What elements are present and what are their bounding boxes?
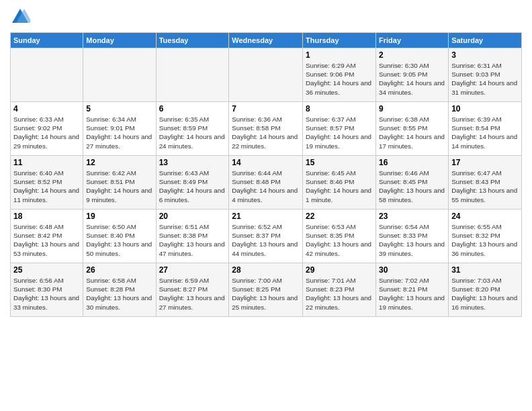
day-info: Sunrise: 6:39 AMSunset: 8:54 PMDaylight:… [451,116,517,150]
day-number: 7 [232,104,300,113]
day-number: 24 [451,212,519,221]
day-info: Sunrise: 6:29 AMSunset: 9:06 PMDaylight:… [306,62,371,96]
calendar-cell: 18Sunrise: 6:48 AMSunset: 8:42 PMDayligh… [11,210,83,263]
day-info: Sunrise: 6:45 AMSunset: 8:46 PMDaylight:… [306,169,371,203]
calendar-cell: 14Sunrise: 6:44 AMSunset: 8:48 PMDayligh… [229,156,303,210]
day-number: 31 [451,265,519,275]
day-info: Sunrise: 6:54 AMSunset: 8:33 PMDaylight:… [379,223,445,257]
calendar-cell: 3Sunrise: 6:31 AMSunset: 9:03 PMDaylight… [449,48,522,102]
calendar-cell: 5Sunrise: 6:34 AMSunset: 9:01 PMDaylight… [83,102,156,156]
day-info: Sunrise: 6:31 AMSunset: 9:03 PMDaylight:… [451,62,517,96]
week-row-1: 1Sunrise: 6:29 AMSunset: 9:06 PMDaylight… [11,48,522,102]
logo-icon [10,7,30,27]
day-number: 28 [232,265,300,275]
calendar-cell: 4Sunrise: 6:33 AMSunset: 9:02 PMDaylight… [11,102,83,156]
calendar-cell: 28Sunrise: 7:00 AMSunset: 8:25 PMDayligh… [229,263,303,317]
day-info: Sunrise: 6:35 AMSunset: 8:59 PMDaylight:… [159,116,225,150]
day-number: 15 [306,158,373,167]
day-number: 30 [379,265,445,275]
calendar-cell: 13Sunrise: 6:43 AMSunset: 8:49 PMDayligh… [156,156,229,210]
calendar-cell: 16Sunrise: 6:46 AMSunset: 8:45 PMDayligh… [376,156,449,210]
day-number: 9 [379,104,445,113]
day-number: 25 [13,265,80,275]
calendar-cell: 25Sunrise: 6:56 AMSunset: 8:30 PMDayligh… [11,263,83,317]
day-number: 6 [159,104,226,113]
day-info: Sunrise: 6:40 AMSunset: 8:52 PMDaylight:… [13,169,79,203]
col-header-thursday: Thursday [303,33,376,48]
day-number: 5 [86,104,152,113]
day-number: 29 [306,265,373,275]
calendar-cell: 20Sunrise: 6:51 AMSunset: 8:38 PMDayligh… [156,210,229,263]
calendar-cell: 26Sunrise: 6:58 AMSunset: 8:28 PMDayligh… [83,263,156,317]
day-info: Sunrise: 6:30 AMSunset: 9:05 PMDaylight:… [379,62,445,96]
calendar-cell [229,48,303,102]
calendar-cell: 8Sunrise: 6:37 AMSunset: 8:57 PMDaylight… [303,102,376,156]
calendar-cell: 7Sunrise: 6:36 AMSunset: 8:58 PMDaylight… [229,102,303,156]
col-header-wednesday: Wednesday [229,33,303,48]
day-info: Sunrise: 6:52 AMSunset: 8:37 PMDaylight:… [232,223,298,257]
calendar-cell [156,48,229,102]
calendar-cell [83,48,156,102]
day-number: 27 [159,265,226,275]
day-info: Sunrise: 6:36 AMSunset: 8:58 PMDaylight:… [232,116,298,150]
calendar-cell: 31Sunrise: 7:03 AMSunset: 8:20 PMDayligh… [449,263,522,317]
day-info: Sunrise: 6:59 AMSunset: 8:27 PMDaylight:… [159,277,225,311]
calendar-table: SundayMondayTuesdayWednesdayThursdayFrid… [10,32,522,317]
day-info: Sunrise: 6:48 AMSunset: 8:42 PMDaylight:… [13,223,79,257]
calendar-cell: 1Sunrise: 6:29 AMSunset: 9:06 PMDaylight… [303,48,376,102]
week-row-2: 4Sunrise: 6:33 AMSunset: 9:02 PMDaylight… [11,102,522,156]
day-info: Sunrise: 6:56 AMSunset: 8:30 PMDaylight:… [13,277,79,311]
logo [10,7,33,27]
calendar-cell: 6Sunrise: 6:35 AMSunset: 8:59 PMDaylight… [156,102,229,156]
day-info: Sunrise: 6:46 AMSunset: 8:45 PMDaylight:… [379,169,445,203]
col-header-sunday: Sunday [11,33,83,48]
day-info: Sunrise: 7:02 AMSunset: 8:21 PMDaylight:… [379,277,445,311]
day-info: Sunrise: 6:58 AMSunset: 8:28 PMDaylight:… [86,277,152,311]
day-info: Sunrise: 7:00 AMSunset: 8:25 PMDaylight:… [232,277,298,311]
calendar-cell: 17Sunrise: 6:47 AMSunset: 8:43 PMDayligh… [449,156,522,210]
day-number: 23 [379,212,445,221]
calendar-cell: 29Sunrise: 7:01 AMSunset: 8:23 PMDayligh… [303,263,376,317]
week-row-3: 11Sunrise: 6:40 AMSunset: 8:52 PMDayligh… [11,156,522,210]
page-container: SundayMondayTuesdayWednesdayThursdayFrid… [0,0,532,324]
day-number: 16 [379,158,445,167]
day-info: Sunrise: 6:44 AMSunset: 8:48 PMDaylight:… [232,169,298,203]
calendar-cell: 9Sunrise: 6:38 AMSunset: 8:55 PMDaylight… [376,102,449,156]
day-number: 20 [159,212,226,221]
day-number: 11 [13,158,80,167]
day-number: 3 [451,50,519,60]
day-number: 1 [306,50,373,60]
day-info: Sunrise: 6:51 AMSunset: 8:38 PMDaylight:… [159,223,225,257]
day-info: Sunrise: 6:43 AMSunset: 8:49 PMDaylight:… [159,169,225,203]
day-number: 13 [159,158,226,167]
day-number: 14 [232,158,300,167]
calendar-cell: 30Sunrise: 7:02 AMSunset: 8:21 PMDayligh… [376,263,449,317]
day-number: 4 [13,104,80,113]
day-number: 17 [451,158,519,167]
day-number: 12 [86,158,152,167]
day-info: Sunrise: 6:33 AMSunset: 9:02 PMDaylight:… [13,116,79,150]
day-info: Sunrise: 6:50 AMSunset: 8:40 PMDaylight:… [86,223,152,257]
day-info: Sunrise: 6:47 AMSunset: 8:43 PMDaylight:… [451,169,517,203]
calendar-cell: 19Sunrise: 6:50 AMSunset: 8:40 PMDayligh… [83,210,156,263]
week-row-5: 25Sunrise: 6:56 AMSunset: 8:30 PMDayligh… [11,263,522,317]
day-info: Sunrise: 7:03 AMSunset: 8:20 PMDaylight:… [451,277,517,311]
day-number: 26 [86,265,152,275]
calendar-cell: 21Sunrise: 6:52 AMSunset: 8:37 PMDayligh… [229,210,303,263]
col-header-monday: Monday [83,33,156,48]
calendar-cell [11,48,83,102]
day-info: Sunrise: 6:37 AMSunset: 8:57 PMDaylight:… [306,116,371,150]
day-number: 2 [379,50,445,60]
calendar-cell: 10Sunrise: 6:39 AMSunset: 8:54 PMDayligh… [449,102,522,156]
header-row: SundayMondayTuesdayWednesdayThursdayFrid… [11,33,522,48]
calendar-cell: 15Sunrise: 6:45 AMSunset: 8:46 PMDayligh… [303,156,376,210]
calendar-cell: 2Sunrise: 6:30 AMSunset: 9:05 PMDaylight… [376,48,449,102]
day-number: 21 [232,212,300,221]
calendar-cell: 12Sunrise: 6:42 AMSunset: 8:51 PMDayligh… [83,156,156,210]
calendar-cell: 11Sunrise: 6:40 AMSunset: 8:52 PMDayligh… [11,156,83,210]
day-info: Sunrise: 6:34 AMSunset: 9:01 PMDaylight:… [86,116,152,150]
day-number: 10 [451,104,519,113]
header [10,7,522,27]
calendar-cell: 22Sunrise: 6:53 AMSunset: 8:35 PMDayligh… [303,210,376,263]
day-number: 19 [86,212,152,221]
